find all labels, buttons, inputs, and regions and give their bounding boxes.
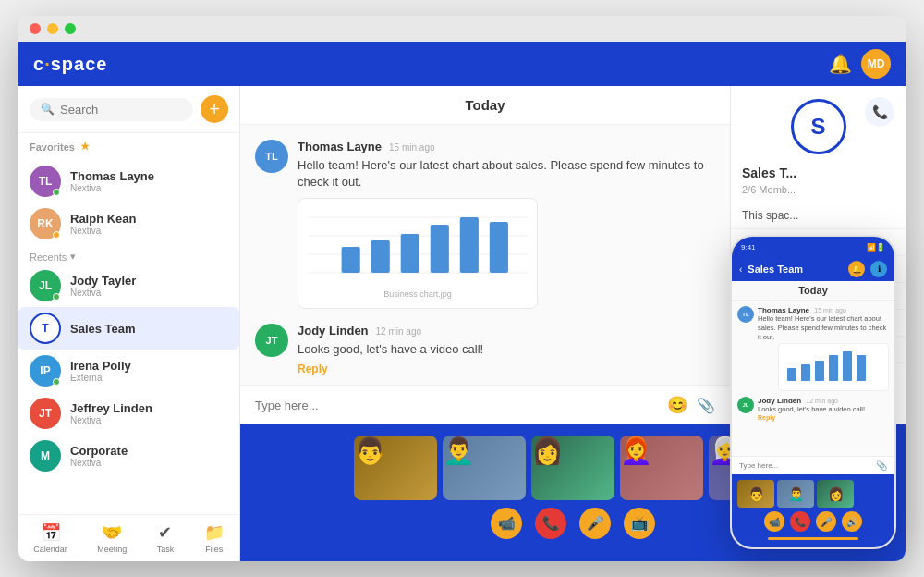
phone-message-item: TL Thomas Layne 15 min ago Hello team! H… [737, 306, 889, 391]
minimize-button[interactable] [47, 23, 58, 34]
phone-controls: 📹 📞 🎤 🔊 [737, 511, 889, 532]
contact-item[interactable]: IP Irena Polly External [18, 350, 239, 392]
contact-info: Corporate Nextiva [70, 444, 228, 468]
notification-icon[interactable]: 🔔 [829, 53, 852, 75]
message-avatar: TL [255, 140, 288, 173]
phone-reply-button[interactable]: Reply [758, 414, 889, 421]
audio-progress-bar [768, 537, 858, 540]
search-input-wrap: 🔍 [30, 98, 193, 121]
group-avatar: S [791, 99, 846, 154]
star-icon: ★ [80, 141, 90, 153]
phone-chat-header: Today [732, 281, 894, 301]
logo-dot: · [44, 54, 51, 74]
phone-msg-avatar: TL [737, 306, 754, 323]
sidebar-bottom-nav: 📅 Calendar 🤝 Meeting ✔ Task 📁 Files [18, 514, 239, 561]
chevron-down-icon: ▾ [70, 251, 76, 263]
maximize-button[interactable] [65, 23, 76, 34]
phone-video-thumb: 👩 [817, 480, 854, 508]
mac-window: c·space 🔔 MD 🔍 + [18, 16, 906, 561]
contact-item-corporate[interactable]: M Corporate Nextiva [18, 435, 239, 477]
contact-sub: Nextiva [70, 183, 228, 193]
video-thumb: 👨 [354, 436, 437, 500]
meeting-icon: 🤝 [102, 522, 122, 543]
contact-item[interactable]: TL Thomas Layne Nextiva [18, 160, 239, 203]
phone-nav-icon-1[interactable]: 🔔 [848, 261, 865, 277]
contact-name: Jeffrey Linden [70, 401, 228, 415]
chat-messages: TL Thomas Layne 15 min ago Hello team! H… [240, 125, 730, 385]
user-avatar[interactable]: MD [861, 49, 891, 79]
contact-name: Corporate [70, 444, 228, 458]
phone-msg-time: 12 min ago [806, 398, 838, 404]
avatar: JL [30, 270, 61, 301]
contact-item-sales-team[interactable]: T Sales Team [18, 307, 239, 350]
hangup-button[interactable]: 📞 [535, 508, 566, 539]
contact-sub: Nextiva [70, 415, 228, 425]
contact-name: Sales Team [70, 322, 228, 336]
svg-rect-14 [843, 351, 852, 381]
nav-files[interactable]: 📁 Files [204, 522, 225, 554]
message-time: 12 min ago [376, 326, 421, 337]
contact-name: Ralph Kean [70, 212, 228, 226]
recents-label[interactable]: Recents ▾ [18, 245, 239, 264]
phone-icon[interactable]: 📞 [865, 97, 894, 127]
add-button[interactable]: + [201, 95, 228, 123]
chat-input[interactable] [255, 399, 658, 412]
phone-status-icons: 📶🔋 [867, 243, 885, 252]
phone-msg-body: Thomas Layne 15 min ago Hello team! Here… [758, 306, 889, 391]
contact-item[interactable]: RK Ralph Kean Nextiva [18, 203, 239, 245]
close-button[interactable] [30, 23, 41, 34]
phone-mockup: 9:41 📶🔋 ‹ Sales Team 🔔 ℹ Today TL Thomas… [730, 235, 896, 549]
search-input[interactable] [60, 103, 182, 117]
phone-video-button[interactable]: 📹 [764, 511, 784, 532]
attach-icon[interactable]: 📎 [697, 397, 715, 414]
svg-rect-15 [857, 355, 866, 381]
topbar-right: 🔔 MD [829, 49, 891, 79]
contact-sub: External [70, 373, 228, 383]
chat-area: Today TL Thomas Layne 15 min ago [240, 86, 730, 424]
svg-rect-12 [815, 361, 824, 381]
video-thumb: 👨‍🦱 [443, 436, 526, 500]
svg-rect-11 [801, 364, 810, 381]
phone-msg-time: 15 min ago [814, 307, 846, 313]
panel-subtitle: 2/6 Memb... [731, 184, 906, 203]
svg-rect-13 [829, 355, 838, 381]
nav-task[interactable]: ✔ Task [157, 522, 175, 554]
message-avatar: JT [255, 324, 288, 357]
phone-nav-icon-2[interactable]: ℹ [870, 261, 887, 277]
bar-chart [308, 208, 528, 282]
chat-input-bar: 😊 📎 [240, 385, 730, 424]
message-item: TL Thomas Layne 15 min ago Hello team! H… [255, 140, 715, 309]
phone-hangup-button[interactable]: 📞 [790, 511, 810, 532]
video-toggle-button[interactable]: 📹 [491, 508, 522, 539]
phone-msg-name: Thomas Layne [758, 306, 809, 314]
phone-time: 9:41 [741, 243, 756, 252]
avatar: T [30, 313, 61, 344]
chart-container: Business chart.jpg [298, 198, 538, 309]
avatar: M [30, 440, 61, 472]
emoji-icon[interactable]: 😊 [667, 395, 687, 415]
contact-item[interactable]: JT Jeffrey Linden Nextiva [18, 392, 239, 435]
message-time: 15 min ago [389, 142, 434, 153]
nav-meeting[interactable]: 🤝 Meeting [97, 522, 127, 554]
contact-info: Ralph Kean Nextiva [70, 212, 228, 236]
contact-item[interactable]: JL Jody Tayler Nextiva [18, 264, 239, 307]
panel-menu-item[interactable]: This spac... [731, 203, 906, 229]
mute-button[interactable]: 🎤 [579, 508, 611, 539]
phone-speaker-button[interactable]: 🔊 [842, 511, 862, 532]
screen-share-button[interactable]: 📺 [624, 508, 655, 539]
phone-mute-button[interactable]: 🎤 [816, 511, 836, 532]
message-item: JT Jody Linden 12 min ago Looks good, le… [255, 324, 715, 374]
status-dot [53, 293, 60, 301]
logo: c·space [33, 54, 829, 75]
phone-msg-text: Hello team! Here's our latest chart abou… [758, 314, 889, 341]
reply-button[interactable]: Reply [298, 362, 715, 375]
nav-calendar[interactable]: 📅 Calendar [33, 522, 67, 554]
phone-chat-input[interactable] [739, 461, 876, 470]
contact-info: Jody Tayler Nextiva [70, 274, 228, 298]
message-content: Jody Linden 12 min ago Looks good, let's… [298, 324, 715, 374]
message-header: Jody Linden 12 min ago [298, 324, 715, 338]
phone-nav: ‹ Sales Team 🔔 ℹ [732, 257, 894, 281]
phone-attach-icon[interactable]: 📎 [876, 460, 887, 471]
phone-chart [778, 343, 889, 391]
phone-back-button[interactable]: ‹ [739, 264, 742, 275]
